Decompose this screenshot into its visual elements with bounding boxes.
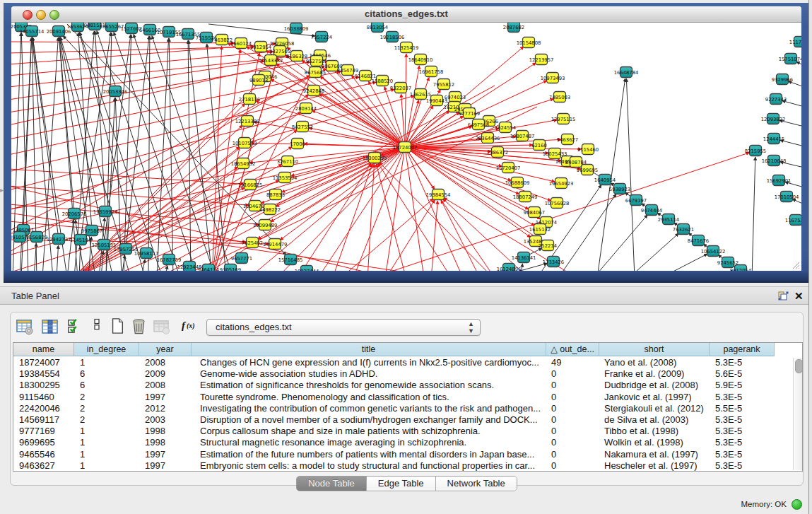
cell-in_degree: 1: [80, 449, 138, 460]
graph-edge[interactable]: [11, 147, 405, 234]
network-window-titlebar[interactable]: citations_edges.txt: [11, 6, 801, 23]
graph-edge[interactable]: [626, 78, 635, 271]
cell-year: 1997: [145, 392, 190, 403]
table-row[interactable]: 977716911998Corpus callosum shape and si…: [13, 426, 802, 437]
network-canvas[interactable]: 2005372140557142009140616536249881531106…: [11, 23, 801, 271]
graph-node-label: 12975115: [551, 117, 576, 122]
function-builder-icon[interactable]: f(x): [180, 318, 197, 335]
graph-edge[interactable]: [141, 259, 145, 271]
row-height-icon[interactable]: [90, 318, 107, 335]
graph-edge[interactable]: [256, 101, 405, 147]
table-row[interactable]: 1830029562008Estimation of significance …: [13, 380, 802, 391]
graph-edge[interactable]: [796, 62, 801, 66]
graph-node-label: 8215955: [745, 148, 766, 154]
graph-edge[interactable]: [11, 47, 254, 53]
graph-node-label: 1244415: [763, 136, 784, 142]
graph-edge[interactable]: [431, 201, 437, 271]
graph-edge[interactable]: [661, 254, 707, 271]
graph-edge[interactable]: [297, 163, 371, 271]
graph-node-label: 252214: [539, 243, 557, 249]
table-row[interactable]: 911546021997Tourette syndrome. Phenomeno…: [13, 392, 802, 403]
tab-node-table[interactable]: Node Table: [297, 477, 367, 491]
graph-edge[interactable]: [271, 79, 405, 147]
graph-edge[interactable]: [11, 52, 273, 76]
cell-pagerank: 5.3E-5: [715, 357, 773, 368]
column-header-in_degree[interactable]: in_degree: [74, 343, 139, 356]
table-row[interactable]: 1938455462009Genome-wide association stu…: [13, 368, 802, 380]
scrollbar-thumb[interactable]: [795, 359, 803, 373]
column-header-title[interactable]: title: [192, 343, 546, 356]
cell-year: 2008: [145, 357, 190, 368]
cell-title: Estimation of the future numbers of pati…: [200, 449, 545, 460]
graph-edge[interactable]: [276, 147, 405, 271]
row-select-icon[interactable]: [67, 318, 84, 335]
graph-edge[interactable]: [33, 37, 59, 239]
vertical-scrollbar[interactable]: [793, 358, 803, 470]
new-column-icon[interactable]: [110, 318, 126, 335]
table-row[interactable]: 946362711997Embryonic stem cells: a mode…: [13, 460, 802, 472]
graph-node-label: 62160: [531, 143, 547, 148]
graph-edge[interactable]: [367, 153, 750, 271]
table-row[interactable]: 1456911722003Disruption of a novel membe…: [13, 414, 802, 426]
network-table-selector[interactable]: citations_edges.txt ▲▼: [206, 319, 481, 336]
window-frame-shadow: [4, 270, 810, 283]
column-header-short[interactable]: short: [599, 343, 710, 356]
graph-edge[interactable]: [401, 94, 405, 147]
graph-edge[interactable]: [629, 233, 678, 271]
memory-ok-indicator[interactable]: [792, 499, 802, 510]
graph-edge[interactable]: [353, 147, 405, 271]
graph-node-label: 18807249: [513, 194, 538, 200]
graph-edge[interactable]: [367, 164, 375, 271]
graph-edge[interactable]: [594, 215, 647, 271]
table-row[interactable]: 2242004622012Investigating the contribut…: [13, 403, 802, 414]
graph-edge[interactable]: [67, 220, 73, 271]
graph-edge[interactable]: [169, 38, 173, 271]
graph-edge[interactable]: [792, 199, 801, 204]
graph-edge[interactable]: [59, 37, 74, 214]
cell-pagerank: 5.3E-5: [715, 414, 773, 426]
graph-node-label: 10807487: [510, 134, 535, 139]
canvas-resize-grip[interactable]: [790, 259, 800, 269]
column-header-out_degree[interactable]: △ out_de...: [546, 343, 599, 356]
table-row[interactable]: 946554611997Estimation of the future num…: [13, 449, 802, 460]
graph-edge[interactable]: [79, 246, 81, 271]
graph-edge[interactable]: [339, 199, 433, 271]
table-row[interactable]: 1872400712008Changes of HCN gene express…: [13, 357, 802, 368]
graph-edge[interactable]: [11, 89, 394, 190]
cell-short: Hescheler et al. (1997): [604, 460, 708, 472]
graph-edge[interactable]: [57, 245, 59, 271]
graph-edge[interactable]: [405, 54, 406, 147]
float-panel-icon[interactable]: [778, 291, 789, 300]
graph-edge[interactable]: [188, 40, 191, 271]
cell-out_degree: 0: [551, 460, 598, 472]
graph-edge[interactable]: [134, 35, 216, 271]
cell-pagerank: 5.3E-5: [715, 392, 773, 403]
graph-edge[interactable]: [11, 61, 264, 100]
column-header-year[interactable]: year: [139, 343, 192, 356]
table-row[interactable]: 969969511998Structural magnetic resonanc…: [13, 437, 802, 448]
divider-collapse-nub[interactable]: ▸: [0, 185, 4, 195]
delete-column-icon[interactable]: [131, 318, 148, 335]
graph-edge[interactable]: [212, 61, 317, 271]
network-window-title: citations_edges.txt: [11, 8, 801, 19]
close-panel-icon[interactable]: ✕: [794, 290, 804, 302]
column-header-pagerank[interactable]: pagerank: [710, 343, 775, 356]
graph-node-label: 2935114: [658, 217, 679, 223]
graph-edge[interactable]: [376, 164, 406, 271]
tab-edge-table[interactable]: Edge Table: [367, 477, 436, 491]
column-chooser-icon[interactable]: [42, 318, 59, 335]
graph-edge[interactable]: [97, 31, 180, 271]
cell-out_degree: 0: [551, 449, 598, 460]
graph-edge[interactable]: [752, 157, 755, 271]
graph-edge[interactable]: [63, 36, 115, 91]
column-header-name[interactable]: name: [13, 343, 74, 356]
table-settings-icon[interactable]: [16, 318, 33, 335]
graph-edge[interactable]: [385, 200, 435, 271]
graph-node-label: 20206576: [62, 211, 87, 217]
network-view-window[interactable]: citations_edges.txt 20053721405571420091…: [4, 3, 810, 283]
graph-edge[interactable]: [441, 200, 481, 271]
graph-edge[interactable]: [34, 243, 36, 271]
graph-node-label: 10756928: [545, 201, 570, 206]
delete-table-icon[interactable]: [153, 318, 170, 335]
tab-network-table[interactable]: Network Table: [436, 477, 517, 491]
